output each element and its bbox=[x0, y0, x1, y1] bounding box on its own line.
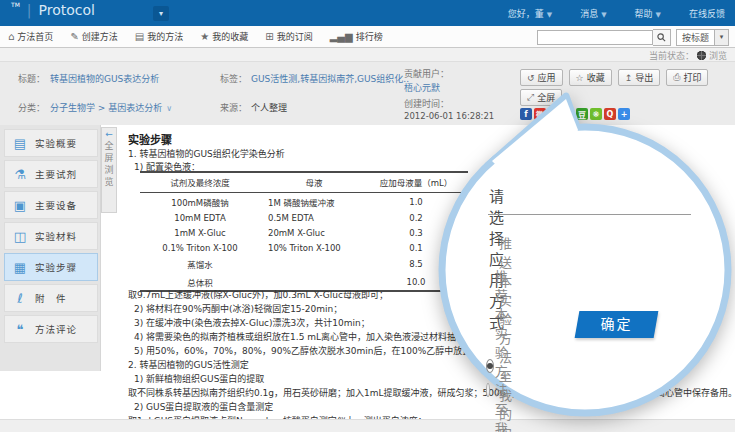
user-menu[interactable]: 您好，董▼ bbox=[508, 7, 552, 20]
step-line: 3) 在缓冲液中(染色液去掉X-Gluc)漂洗3次，共计10min； bbox=[134, 316, 370, 329]
contributor-link[interactable]: 梧心元默 bbox=[404, 81, 440, 94]
sidebar-item-overview[interactable]: ▤实验概要 bbox=[4, 129, 98, 157]
search-button[interactable] bbox=[653, 29, 671, 46]
table-row: 0.1% Triton X-10010% Triton X-1000.1 bbox=[140, 241, 468, 256]
staining-solution-table: 试剂及最终浓度 母液 应加母液量（mL） 100mM磷酸钠1M 磷酸钠缓冲液1.… bbox=[140, 171, 468, 292]
contributor-label: 贡献用户： bbox=[404, 67, 449, 80]
main-area: ▤实验概要 ⚗主要试剂 ▣主要设备 ◫实验材料 ▦实验步骤 ℓ附 件 ❝方法评论… bbox=[0, 125, 735, 419]
pengyou-icon[interactable]: P bbox=[548, 108, 560, 120]
print-button[interactable]: ⎙打印 bbox=[666, 69, 708, 86]
more-share-icon[interactable]: + bbox=[618, 108, 630, 120]
sidebar-item-reagents[interactable]: ⚗主要试剂 bbox=[4, 160, 98, 188]
nav-item-subscriptions[interactable]: ⊞我的订阅 bbox=[265, 30, 312, 43]
chevron-down-icon: ▼ bbox=[547, 11, 552, 19]
table-row: 1mM X-Gluc20mM X-Gluc0.3 bbox=[140, 225, 468, 240]
category-breadcrumb[interactable]: 分子生物学 > 基因表达分析∨ bbox=[50, 101, 172, 114]
step-line: 2) GUS蛋白提取液的蛋白含量测定 bbox=[134, 400, 273, 413]
document-icon: ▤ bbox=[5, 136, 35, 151]
nav-item-favorites[interactable]: ★我的收藏 bbox=[200, 30, 248, 43]
nav-bar: ⌂方法首页 ✎创建方法 ▤我的方法 ★我的收藏 ⊞我的订阅 ▂▄▆排行榜 按标题… bbox=[0, 26, 735, 48]
sidebar-item-steps[interactable]: ▦实验步骤 bbox=[4, 253, 98, 281]
logo[interactable]: ēverlab TM | Protocol bbox=[10, 2, 95, 18]
nav-item-ranking[interactable]: ▂▄▆排行榜 bbox=[330, 30, 383, 43]
protocol-tags[interactable]: GUS活性测,转基因拟南芥,GUS组织化.. bbox=[251, 72, 409, 85]
fullscreen-button[interactable]: ⤢全屏 bbox=[520, 89, 562, 106]
logo-divider: | bbox=[27, 2, 32, 18]
sina-weibo-icon[interactable]: 微 bbox=[534, 108, 546, 120]
top-menu: 您好，董▼ 消息▼ 帮助▼ 在线反馈 bbox=[508, 0, 725, 26]
home-icon: ⌂ bbox=[8, 31, 14, 42]
share-icons: f 微 P t 豆 ❋ Q + bbox=[520, 108, 630, 120]
help-menu[interactable]: 帮助▼ bbox=[635, 7, 661, 20]
search-filter-dropdown[interactable]: 按标题 ▾ bbox=[676, 29, 729, 46]
sidebar-item-attachments[interactable]: ℓ附 件 bbox=[4, 284, 98, 312]
apply-icon: ↺ bbox=[527, 73, 535, 83]
radio-unselected-icon[interactable] bbox=[486, 383, 490, 397]
category-label: 分类： bbox=[18, 101, 45, 114]
equipment-icon: ▣ bbox=[5, 198, 35, 213]
feedback-link[interactable]: 在线反馈 bbox=[689, 7, 725, 20]
protocol-title-link[interactable]: 转基因植物的GUS表达分析 bbox=[50, 72, 159, 85]
step-line: 2) 将材料在90%丙酮中(冰浴)轻微固定15-20min； bbox=[134, 302, 342, 315]
nav-item-home[interactable]: ⌂方法首页 bbox=[8, 30, 53, 43]
kaixin-icon[interactable]: ❋ bbox=[590, 108, 602, 120]
cart-icon: ⊞ bbox=[265, 31, 273, 42]
status-bar: 当前状态： 浏览 bbox=[0, 48, 735, 61]
step-line: 取不同株系转基因拟南芥组织约0.1g，用石英砂研磨；加入1mL提取缓冲液，研成匀… bbox=[128, 386, 735, 399]
qzone-icon[interactable]: Q bbox=[604, 108, 616, 120]
chevron-down-icon: ▾ bbox=[714, 30, 728, 45]
step-line: 1. 转基因植物的GUS组织化学染色分析 bbox=[128, 147, 285, 160]
chevron-down-icon: ∨ bbox=[166, 104, 172, 113]
title-label: 标题： bbox=[18, 72, 45, 85]
nav-item-create[interactable]: ✎创建方法 bbox=[70, 30, 117, 43]
step-line: 4) 将需要染色的拟南芥植株或组织放在1.5 mL离心管中，加入染色液浸过材料抽… bbox=[134, 330, 511, 343]
fullscreen-browse-strip[interactable]: ← 全屏浏览 bbox=[101, 127, 117, 213]
top-bar: ēverlab TM | Protocol ▾ 您好，董▼ 消息▼ 帮助▼ 在线… bbox=[0, 0, 735, 26]
search-input[interactable] bbox=[537, 30, 653, 45]
section-heading: 实验步骤 bbox=[128, 131, 172, 147]
source-value: 个人整理 bbox=[251, 101, 287, 114]
bar-chart-icon: ▂▄▆ bbox=[330, 31, 353, 42]
nav-item-my-methods[interactable]: ▤我的方法 bbox=[135, 30, 183, 43]
created-label: 创建时间： bbox=[404, 97, 449, 110]
app-switcher-caret-icon[interactable]: ▾ bbox=[153, 6, 169, 21]
renren-icon[interactable]: f bbox=[520, 108, 532, 120]
apply-button[interactable]: ↺应用 bbox=[520, 69, 563, 86]
logo-subtitle: Protocol bbox=[39, 2, 95, 18]
flask-icon: ⚗ bbox=[5, 167, 35, 182]
globe-icon bbox=[697, 51, 706, 60]
messages-menu[interactable]: 消息▼ bbox=[580, 7, 606, 20]
option-recommend-to-lab[interactable]: 推荐本实验方法至我的实验室 bbox=[486, 266, 519, 432]
table-row: 10mM EDTA0.5M EDTA0.2 bbox=[140, 210, 468, 225]
tencent-weibo-icon[interactable]: t bbox=[562, 108, 574, 120]
printer-icon: ⎙ bbox=[673, 72, 680, 83]
favorite-button[interactable]: ☆收藏 bbox=[569, 69, 612, 86]
export-button[interactable]: ↥导出 bbox=[618, 69, 661, 86]
tags-label: 标签： bbox=[220, 72, 247, 85]
logo-tm: TM bbox=[11, 1, 20, 8]
left-arrow-icon: ← bbox=[102, 128, 116, 140]
douban-icon[interactable]: 豆 bbox=[576, 108, 588, 120]
created-timestamp: 2012-06-01 16:28:21 bbox=[404, 111, 494, 121]
chevron-down-icon: ▼ bbox=[656, 11, 661, 19]
comment-icon: ❝ bbox=[5, 322, 35, 337]
export-icon: ↥ bbox=[625, 73, 633, 83]
sidebar-item-equipment[interactable]: ▣主要设备 bbox=[4, 191, 98, 219]
sidebar: ▤实验概要 ⚗主要试剂 ▣主要设备 ◫实验材料 ▦实验步骤 ℓ附 件 ❝方法评论 bbox=[0, 125, 101, 371]
popup-divider bbox=[488, 214, 691, 215]
clipboard-icon: ▦ bbox=[5, 260, 35, 275]
step-line: 2. 转基因植物的GUS活性测定 bbox=[128, 358, 249, 371]
action-buttons: ↺应用 ☆收藏 ↥导出 ⎙打印 bbox=[520, 69, 708, 86]
confirm-button[interactable]: 确定 bbox=[575, 311, 659, 338]
sidebar-item-materials[interactable]: ◫实验材料 bbox=[4, 222, 98, 250]
nav-items: ⌂方法首页 ✎创建方法 ▤我的方法 ★我的收藏 ⊞我的订阅 ▂▄▆排行榜 bbox=[8, 26, 383, 47]
box-icon: ◫ bbox=[5, 229, 35, 244]
sidebar-item-comments[interactable]: ❝方法评论 bbox=[4, 315, 98, 343]
page-footer-strip bbox=[0, 419, 735, 432]
search-icon bbox=[657, 33, 666, 42]
table-row: 蒸馏水8.5 bbox=[140, 256, 468, 273]
document-icon: ▤ bbox=[135, 31, 144, 42]
paperclip-icon: ℓ bbox=[5, 291, 35, 306]
search-area: 按标题 ▾ bbox=[537, 29, 729, 46]
table-header-row: 试剂及最终浓度 母液 应加母液量（mL） bbox=[140, 172, 468, 193]
